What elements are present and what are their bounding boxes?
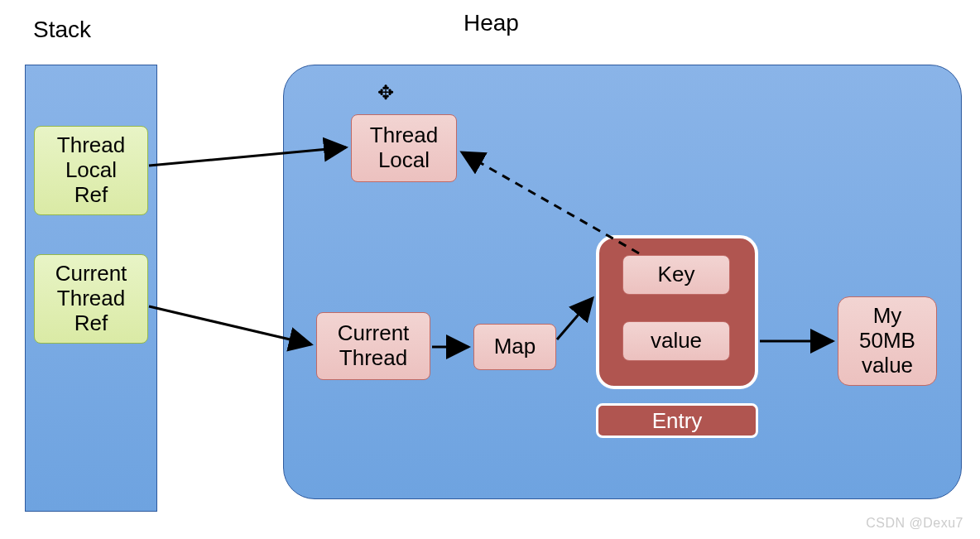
entry-label: Entry (596, 403, 758, 438)
move-cursor-icon: ✥ (377, 81, 394, 104)
entry-key-box: Key (622, 255, 730, 295)
current-thread-ref-box: Current Thread Ref (34, 254, 148, 344)
thread-local-heap-box: Thread Local (351, 114, 457, 182)
thread-local-ref-box: Thread Local Ref (34, 126, 148, 215)
map-box: Map (473, 324, 556, 370)
current-thread-heap-box: Current Thread (316, 312, 430, 380)
entry-value-box: value (622, 321, 730, 361)
watermark-text: CSDN @Dexu7 (866, 516, 963, 531)
stack-title: Stack (33, 17, 91, 43)
my-value-box: My 50MB value (838, 296, 937, 386)
heap-title: Heap (464, 10, 519, 36)
